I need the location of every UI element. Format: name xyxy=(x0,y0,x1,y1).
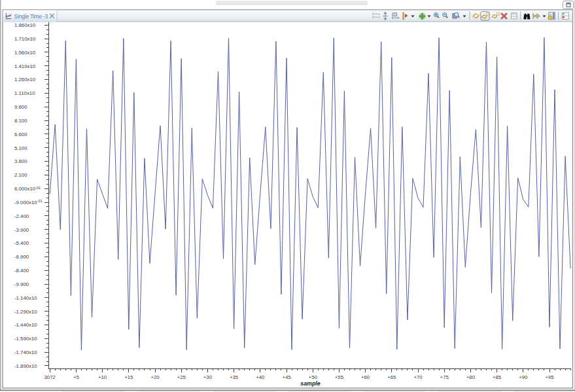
svg-text:-8.400: -8.400 xyxy=(14,268,29,274)
svg-text:+25: +25 xyxy=(177,374,186,380)
svg-text:1.110x10: 1.110x10 xyxy=(14,90,35,96)
svg-text:-2.400: -2.400 xyxy=(14,213,29,219)
svg-text:-3.900: -3.900 xyxy=(14,227,29,233)
svg-text:1.410x10: 1.410x10 xyxy=(14,63,36,69)
svg-text:+75: +75 xyxy=(440,374,449,380)
svg-text:-5.400: -5.400 xyxy=(14,240,29,246)
svg-text:-1.140x10: -1.140x10 xyxy=(14,295,37,301)
svg-text:+85: +85 xyxy=(493,374,502,380)
svg-text:+90: +90 xyxy=(519,374,528,380)
svg-text:+30: +30 xyxy=(203,374,213,380)
svg-text:6.600: 6.600 xyxy=(14,132,27,137)
svg-text:+95: +95 xyxy=(545,374,554,380)
svg-text:+15: +15 xyxy=(124,374,133,380)
svg-text:2.100: 2.100 xyxy=(14,172,27,178)
svg-text:+50: +50 xyxy=(309,374,318,380)
svg-text:1.860x10: 1.860x10 xyxy=(14,22,36,28)
svg-text:+60: +60 xyxy=(361,374,370,380)
svg-text:+55: +55 xyxy=(335,374,344,380)
svg-text:-1.590x10: -1.590x10 xyxy=(14,336,37,342)
svg-text:1.260x10: 1.260x10 xyxy=(14,77,36,82)
svg-text:-1.290x10: -1.290x10 xyxy=(14,309,37,315)
svg-text:+45: +45 xyxy=(282,374,291,380)
svg-text:+65: +65 xyxy=(387,374,396,380)
svg-text:1.560x10: 1.560x10 xyxy=(14,50,36,56)
svg-text:-9.900: -9.900 xyxy=(14,281,29,287)
svg-text:8.100: 8.100 xyxy=(14,118,27,124)
svg-text:Single Time -3: Single Time -3 xyxy=(14,13,48,20)
svg-text:-1.440x10: -1.440x10 xyxy=(14,322,37,328)
svg-text:9.600: 9.600 xyxy=(14,104,27,110)
svg-text:+20: +20 xyxy=(150,374,160,380)
svg-text:3.600: 3.600 xyxy=(14,158,27,164)
svg-text:+70: +70 xyxy=(413,374,423,380)
svg-text:1.710x10: 1.710x10 xyxy=(14,36,36,42)
svg-text:+80: +80 xyxy=(466,374,476,380)
svg-text:+10: +10 xyxy=(98,374,107,380)
svg-text:-1.740x10: -1.740x10 xyxy=(14,349,37,355)
svg-text:5.100: 5.100 xyxy=(14,145,27,151)
svg-text:+40: +40 xyxy=(256,374,265,380)
svg-text:+5: +5 xyxy=(73,374,80,380)
svg-text:3072: 3072 xyxy=(44,374,56,380)
svg-text:+35: +35 xyxy=(230,374,239,380)
svg-text:sample: sample xyxy=(300,380,320,387)
svg-text:-1.890x10: -1.890x10 xyxy=(14,363,37,369)
svg-text:-6.900: -6.900 xyxy=(14,254,29,260)
